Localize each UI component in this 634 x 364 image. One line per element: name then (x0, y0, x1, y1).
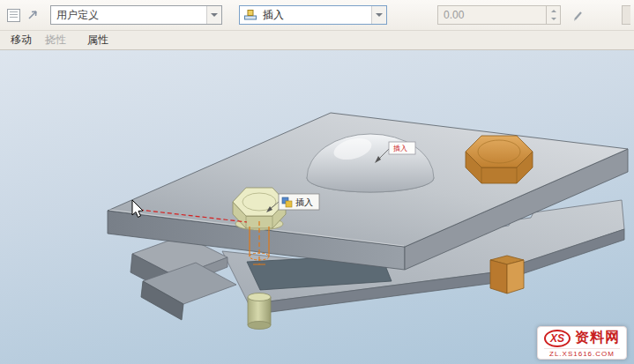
component-placement-toolbar: 用户定义 插入 (0, 0, 634, 31)
tag-text: 插入 (393, 145, 407, 152)
arrow-glyph (26, 8, 40, 22)
sheet-icon (7, 9, 20, 22)
shank-top (248, 293, 271, 301)
tab-flexibility[interactable]: 挠性 (42, 33, 69, 48)
watermark-url: ZL.XS1616.COM (544, 348, 620, 358)
tab-properties[interactable]: 属性 (85, 33, 111, 48)
tag-text: 插入 (295, 197, 313, 207)
placement-panel-tabs: 移动 挠性 属性 (0, 31, 634, 50)
3d-viewport[interactable]: 插入 插入 XS 资料网 ZL.XS1616.COM (0, 50, 634, 364)
yellow-bolt-shank[interactable] (248, 293, 271, 330)
offset-field (437, 5, 561, 25)
drag-arrow-icon[interactable] (23, 5, 42, 25)
spinner-up-icon[interactable] (547, 6, 560, 15)
watermark-logo: XS (544, 330, 571, 347)
model-scene: 插入 插入 (0, 50, 634, 364)
watermark-name: 资料网 (575, 329, 620, 347)
chevron-down-icon[interactable] (371, 6, 386, 24)
chevron-down-icon[interactable] (206, 6, 221, 24)
pencil-icon[interactable] (569, 5, 588, 25)
nut-left (490, 260, 507, 293)
nut-right (507, 260, 524, 293)
offset-input[interactable] (438, 6, 546, 24)
spinner-down-icon[interactable] (547, 15, 560, 24)
tag-insert-icon (286, 201, 292, 207)
insert-constraint-icon (243, 8, 257, 22)
constraint-type-value: 插入 (257, 8, 371, 23)
constraint-type-combo[interactable]: 插入 (239, 5, 387, 25)
pencil-glyph (571, 8, 586, 22)
shank-bottom (248, 322, 271, 330)
tab-move[interactable]: 移动 (8, 33, 34, 48)
constraint-set-value: 用户定义 (51, 8, 206, 23)
watermark: XS 资料网 ZL.XS1616.COM (537, 326, 627, 360)
cad-window: 用户定义 插入 移动 挠性 (0, 0, 634, 364)
orange-bolt-part[interactable] (466, 136, 533, 183)
offset-spinner (546, 6, 560, 24)
constraint-set-combo[interactable]: 用户定义 (50, 5, 222, 25)
orange-bolt-nut[interactable] (490, 256, 524, 293)
toolbar-overflow-icon[interactable] (622, 5, 630, 25)
placement-sheet-icon[interactable] (4, 5, 23, 25)
